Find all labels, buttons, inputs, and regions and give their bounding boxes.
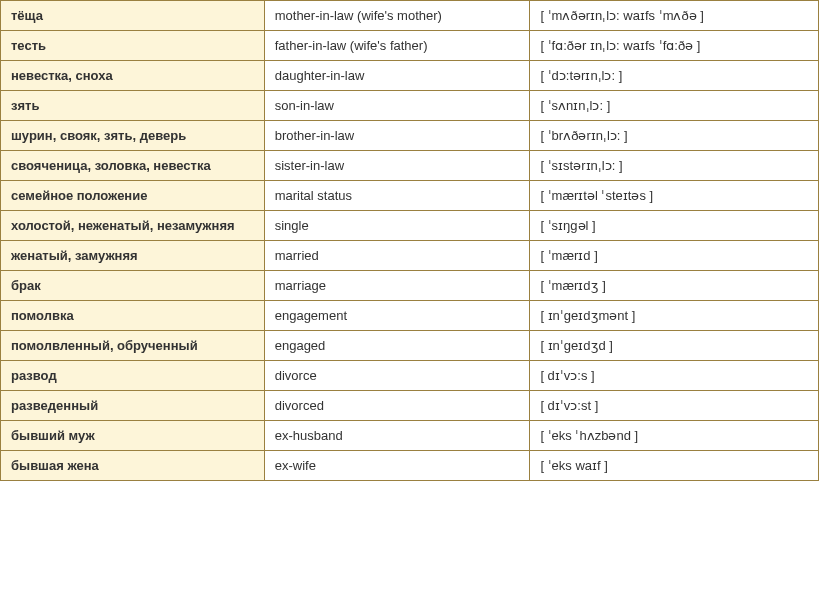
table-row: тестьfather-in-law (wife's father)[ ˈfɑ:…: [1, 31, 819, 61]
cell-phonetic: [ ˈsɪstərɪnˌlɔ: ]: [530, 151, 819, 181]
cell-english: single: [264, 211, 530, 241]
table-row: холостой, неженатый, незамужняяsingle[ ˈ…: [1, 211, 819, 241]
cell-english: engaged: [264, 331, 530, 361]
cell-phonetic: [ ˈsɪŋgəl ]: [530, 211, 819, 241]
cell-phonetic: [ dɪˈvɔ:st ]: [530, 391, 819, 421]
table-row: помолвкаengagement[ ɪnˈgeɪdʒmənt ]: [1, 301, 819, 331]
cell-russian: бывший муж: [1, 421, 265, 451]
table-row: невестка, снохаdaughter-in-law[ ˈdɔ:tərɪ…: [1, 61, 819, 91]
cell-phonetic: [ ˈmærɪdʒ ]: [530, 271, 819, 301]
table-row: шурин, свояк, зять, деверьbrother-in-law…: [1, 121, 819, 151]
cell-phonetic: [ ˈmærɪd ]: [530, 241, 819, 271]
cell-russian: бывшая жена: [1, 451, 265, 481]
table-row: помолвленный, обрученныйengaged[ ɪnˈgeɪd…: [1, 331, 819, 361]
cell-phonetic: [ dɪˈvɔ:s ]: [530, 361, 819, 391]
table-row: зятьson-in-law[ ˈsʌnɪnˌlɔ: ]: [1, 91, 819, 121]
vocabulary-table: тёщаmother-in-law (wife's mother)[ ˈmʌðə…: [0, 0, 819, 481]
cell-phonetic: [ ˈeks waɪf ]: [530, 451, 819, 481]
cell-english: engagement: [264, 301, 530, 331]
cell-english: ex-husband: [264, 421, 530, 451]
table-row: свояченица, золовка, невесткаsister-in-l…: [1, 151, 819, 181]
cell-russian: тёща: [1, 1, 265, 31]
cell-english: marital status: [264, 181, 530, 211]
cell-russian: семейное положение: [1, 181, 265, 211]
cell-english: sister-in-law: [264, 151, 530, 181]
cell-russian: тесть: [1, 31, 265, 61]
cell-phonetic: [ ˈdɔ:tərɪnˌlɔ: ]: [530, 61, 819, 91]
cell-english: mother-in-law (wife's mother): [264, 1, 530, 31]
cell-english: son-in-law: [264, 91, 530, 121]
cell-english: brother-in-law: [264, 121, 530, 151]
cell-phonetic: [ ˈmʌðərɪnˌlɔ: waɪfs ˈmʌðə ]: [530, 1, 819, 31]
cell-russian: холостой, неженатый, незамужняя: [1, 211, 265, 241]
cell-russian: разведенный: [1, 391, 265, 421]
table-row: семейное положениеmarital status[ ˈmærɪt…: [1, 181, 819, 211]
table-row: разводdivorce[ dɪˈvɔ:s ]: [1, 361, 819, 391]
table-row: бракmarriage[ ˈmærɪdʒ ]: [1, 271, 819, 301]
cell-english: daughter-in-law: [264, 61, 530, 91]
cell-phonetic: [ ˈfɑ:ðər ɪnˌlɔ: waɪfs ˈfɑ:ðə ]: [530, 31, 819, 61]
cell-phonetic: [ ˈeks ˈhʌzbənd ]: [530, 421, 819, 451]
cell-english: ex-wife: [264, 451, 530, 481]
table-row: тёщаmother-in-law (wife's mother)[ ˈmʌðə…: [1, 1, 819, 31]
cell-english: marriage: [264, 271, 530, 301]
cell-russian: невестка, сноха: [1, 61, 265, 91]
cell-phonetic: [ ɪnˈgeɪdʒd ]: [530, 331, 819, 361]
cell-russian: помолвленный, обрученный: [1, 331, 265, 361]
table-row: разведенныйdivorced[ dɪˈvɔ:st ]: [1, 391, 819, 421]
cell-english: married: [264, 241, 530, 271]
cell-english: divorced: [264, 391, 530, 421]
cell-phonetic: [ ˈbrʌðərɪnˌlɔ: ]: [530, 121, 819, 151]
cell-russian: помолвка: [1, 301, 265, 331]
cell-phonetic: [ ˈsʌnɪnˌlɔ: ]: [530, 91, 819, 121]
cell-russian: шурин, свояк, зять, деверь: [1, 121, 265, 151]
table-row: бывший мужex-husband[ ˈeks ˈhʌzbənd ]: [1, 421, 819, 451]
cell-russian: зять: [1, 91, 265, 121]
cell-russian: свояченица, золовка, невестка: [1, 151, 265, 181]
cell-phonetic: [ ɪnˈgeɪdʒmənt ]: [530, 301, 819, 331]
cell-english: father-in-law (wife's father): [264, 31, 530, 61]
cell-english: divorce: [264, 361, 530, 391]
vocabulary-tbody: тёщаmother-in-law (wife's mother)[ ˈmʌðə…: [1, 1, 819, 481]
cell-phonetic: [ ˈmærɪtəl ˈsteɪtəs ]: [530, 181, 819, 211]
cell-russian: брак: [1, 271, 265, 301]
table-row: женатый, замужняяmarried[ ˈmærɪd ]: [1, 241, 819, 271]
table-row: бывшая женаex-wife[ ˈeks waɪf ]: [1, 451, 819, 481]
cell-russian: женатый, замужняя: [1, 241, 265, 271]
cell-russian: развод: [1, 361, 265, 391]
